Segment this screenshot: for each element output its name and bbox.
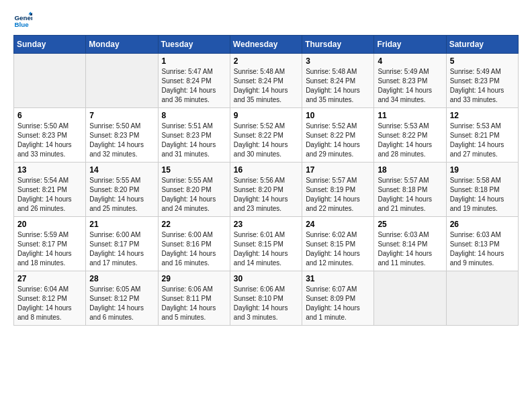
day-info: Sunrise: 5:51 AM Sunset: 8:23 PM Dayligh…: [162, 122, 226, 159]
calendar-cell: 5Sunrise: 5:49 AM Sunset: 8:23 PM Daylig…: [446, 54, 518, 108]
calendar-cell: 26Sunrise: 6:03 AM Sunset: 8:13 PM Dayli…: [446, 217, 518, 271]
calendar-cell: 3Sunrise: 5:48 AM Sunset: 8:24 PM Daylig…: [302, 54, 374, 108]
calendar-cell: 2Sunrise: 5:48 AM Sunset: 8:24 PM Daylig…: [230, 54, 302, 108]
day-info: Sunrise: 5:48 AM Sunset: 8:24 PM Dayligh…: [234, 67, 298, 105]
calendar-cell: 19Sunrise: 5:58 AM Sunset: 8:18 PM Dayli…: [446, 163, 518, 217]
day-info: Sunrise: 5:49 AM Sunset: 8:23 PM Dayligh…: [450, 67, 515, 105]
day-info: Sunrise: 5:58 AM Sunset: 8:18 PM Dayligh…: [450, 176, 515, 214]
day-info: Sunrise: 5:59 AM Sunset: 8:17 PM Dayligh…: [17, 230, 82, 268]
day-info: Sunrise: 5:55 AM Sunset: 8:20 PM Dayligh…: [162, 176, 226, 214]
day-info: Sunrise: 5:53 AM Sunset: 8:22 PM Dayligh…: [378, 122, 442, 159]
day-number: 2: [234, 56, 298, 66]
calendar-cell: 7Sunrise: 5:50 AM Sunset: 8:23 PM Daylig…: [86, 108, 158, 163]
day-info: Sunrise: 5:52 AM Sunset: 8:22 PM Dayligh…: [306, 122, 370, 159]
day-info: Sunrise: 6:01 AM Sunset: 8:15 PM Dayligh…: [234, 230, 298, 268]
day-number: 28: [89, 274, 154, 283]
calendar-cell: 15Sunrise: 5:55 AM Sunset: 8:20 PM Dayli…: [158, 163, 230, 217]
calendar-cell: 11Sunrise: 5:53 AM Sunset: 8:22 PM Dayli…: [374, 108, 446, 163]
day-number: 18: [378, 165, 442, 175]
day-info: Sunrise: 6:04 AM Sunset: 8:12 PM Dayligh…: [17, 285, 82, 322]
day-number: 29: [162, 274, 226, 283]
day-number: 24: [306, 220, 370, 229]
calendar-cell: 10Sunrise: 5:52 AM Sunset: 8:22 PM Dayli…: [302, 108, 374, 163]
calendar-cell: [14, 54, 86, 108]
logo: General Blue: [13, 11, 35, 30]
calendar-cell: 21Sunrise: 6:00 AM Sunset: 8:17 PM Dayli…: [86, 217, 158, 271]
calendar-cell: 31Sunrise: 6:07 AM Sunset: 8:09 PM Dayli…: [302, 271, 374, 326]
day-number: 1: [162, 56, 226, 66]
calendar-table: SundayMondayTuesdayWednesdayThursdayFrid…: [13, 35, 519, 326]
day-info: Sunrise: 5:53 AM Sunset: 8:21 PM Dayligh…: [450, 122, 515, 159]
day-info: Sunrise: 6:03 AM Sunset: 8:13 PM Dayligh…: [450, 230, 515, 268]
day-number: 25: [378, 220, 442, 229]
day-number: 22: [162, 220, 226, 229]
calendar-cell: 30Sunrise: 6:06 AM Sunset: 8:10 PM Dayli…: [230, 271, 302, 326]
day-number: 15: [162, 165, 226, 175]
calendar-cell: 4Sunrise: 5:49 AM Sunset: 8:23 PM Daylig…: [374, 54, 446, 108]
day-info: Sunrise: 5:52 AM Sunset: 8:22 PM Dayligh…: [234, 122, 298, 159]
weekday-header-monday: Monday: [86, 36, 158, 54]
calendar-week-1: 1Sunrise: 5:47 AM Sunset: 8:24 PM Daylig…: [14, 54, 519, 108]
calendar-week-3: 13Sunrise: 5:54 AM Sunset: 8:21 PM Dayli…: [14, 163, 519, 217]
day-number: 30: [234, 274, 298, 283]
day-number: 8: [162, 111, 226, 120]
day-info: Sunrise: 6:06 AM Sunset: 8:11 PM Dayligh…: [162, 285, 226, 322]
calendar-cell: [86, 54, 158, 108]
weekday-header-thursday: Thursday: [302, 36, 374, 54]
day-number: 21: [89, 220, 154, 229]
day-info: Sunrise: 5:49 AM Sunset: 8:23 PM Dayligh…: [378, 67, 442, 105]
day-number: 19: [450, 165, 515, 175]
calendar-header: SundayMondayTuesdayWednesdayThursdayFrid…: [14, 36, 519, 54]
weekday-header-wednesday: Wednesday: [230, 36, 302, 54]
calendar-cell: 25Sunrise: 6:03 AM Sunset: 8:14 PM Dayli…: [374, 217, 446, 271]
calendar-cell: 13Sunrise: 5:54 AM Sunset: 8:21 PM Dayli…: [14, 163, 86, 217]
page-header: General Blue: [13, 11, 519, 30]
day-number: 13: [17, 165, 82, 175]
day-info: Sunrise: 6:02 AM Sunset: 8:15 PM Dayligh…: [306, 230, 370, 268]
day-info: Sunrise: 5:57 AM Sunset: 8:19 PM Dayligh…: [306, 176, 370, 214]
weekday-header-friday: Friday: [374, 36, 446, 54]
calendar-cell: [374, 271, 446, 326]
day-info: Sunrise: 6:03 AM Sunset: 8:14 PM Dayligh…: [378, 230, 442, 268]
calendar-cell: 6Sunrise: 5:50 AM Sunset: 8:23 PM Daylig…: [14, 108, 86, 163]
day-info: Sunrise: 6:00 AM Sunset: 8:16 PM Dayligh…: [162, 230, 226, 268]
day-number: 12: [450, 111, 515, 120]
day-number: 17: [306, 165, 370, 175]
calendar-cell: 1Sunrise: 5:47 AM Sunset: 8:24 PM Daylig…: [158, 54, 230, 108]
calendar-cell: 16Sunrise: 5:56 AM Sunset: 8:20 PM Dayli…: [230, 163, 302, 217]
day-number: 9: [234, 111, 298, 120]
calendar-cell: 14Sunrise: 5:55 AM Sunset: 8:20 PM Dayli…: [86, 163, 158, 217]
calendar-week-5: 27Sunrise: 6:04 AM Sunset: 8:12 PM Dayli…: [14, 271, 519, 326]
weekday-header-sunday: Sunday: [14, 36, 86, 54]
calendar-cell: 17Sunrise: 5:57 AM Sunset: 8:19 PM Dayli…: [302, 163, 374, 217]
day-number: 27: [17, 274, 82, 283]
day-number: 16: [234, 165, 298, 175]
calendar-cell: 28Sunrise: 6:05 AM Sunset: 8:12 PM Dayli…: [86, 271, 158, 326]
day-info: Sunrise: 6:07 AM Sunset: 8:09 PM Dayligh…: [306, 285, 370, 322]
day-number: 7: [89, 111, 154, 120]
day-number: 20: [17, 220, 82, 229]
day-number: 11: [378, 111, 442, 120]
calendar-week-2: 6Sunrise: 5:50 AM Sunset: 8:23 PM Daylig…: [14, 108, 519, 163]
calendar-cell: 23Sunrise: 6:01 AM Sunset: 8:15 PM Dayli…: [230, 217, 302, 271]
day-info: Sunrise: 6:06 AM Sunset: 8:10 PM Dayligh…: [234, 285, 298, 322]
day-info: Sunrise: 5:50 AM Sunset: 8:23 PM Dayligh…: [17, 122, 82, 159]
weekday-header-tuesday: Tuesday: [158, 36, 230, 54]
calendar-cell: 22Sunrise: 6:00 AM Sunset: 8:16 PM Dayli…: [158, 217, 230, 271]
day-info: Sunrise: 5:55 AM Sunset: 8:20 PM Dayligh…: [89, 176, 154, 214]
calendar-week-4: 20Sunrise: 5:59 AM Sunset: 8:17 PM Dayli…: [14, 217, 519, 271]
day-info: Sunrise: 5:56 AM Sunset: 8:20 PM Dayligh…: [234, 176, 298, 214]
calendar-cell: [446, 271, 518, 326]
day-info: Sunrise: 5:50 AM Sunset: 8:23 PM Dayligh…: [89, 122, 154, 159]
day-number: 4: [378, 56, 442, 66]
day-info: Sunrise: 5:48 AM Sunset: 8:24 PM Dayligh…: [306, 67, 370, 105]
day-info: Sunrise: 6:05 AM Sunset: 8:12 PM Dayligh…: [89, 285, 154, 322]
calendar-cell: 18Sunrise: 5:57 AM Sunset: 8:18 PM Dayli…: [374, 163, 446, 217]
day-number: 14: [89, 165, 154, 175]
calendar-body: 1Sunrise: 5:47 AM Sunset: 8:24 PM Daylig…: [14, 54, 519, 326]
day-number: 31: [306, 274, 370, 283]
logo-icon: General Blue: [13, 11, 32, 30]
calendar-cell: 9Sunrise: 5:52 AM Sunset: 8:22 PM Daylig…: [230, 108, 302, 163]
day-number: 26: [450, 220, 515, 229]
calendar-cell: 8Sunrise: 5:51 AM Sunset: 8:23 PM Daylig…: [158, 108, 230, 163]
